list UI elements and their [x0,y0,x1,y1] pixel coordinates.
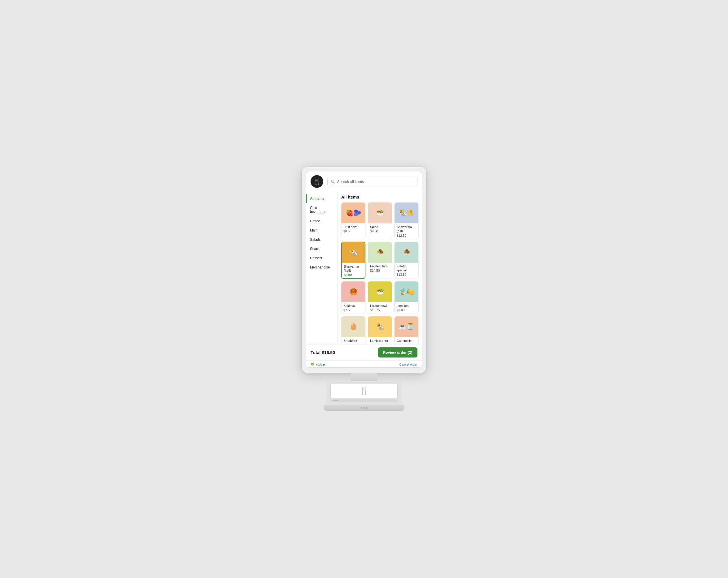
item-card-9[interactable]: 🧋🍋Iced Tea$3.00 [394,281,419,314]
item-card-6[interactable]: 🧆Falafel special$13.50 [394,242,419,279]
item-price-3: $12.50 [397,234,416,237]
item-name-6: Falafel special [397,264,416,273]
kiosk-mini-screen: 🍴 [331,383,397,398]
item-name-8: Falafel bowl [370,304,390,308]
item-price-6: $13.50 [397,273,416,276]
app-body: All itemsCold beveragesCoffeeMainSaladsS… [306,191,422,344]
total-label: Total $16.50 [311,350,335,355]
item-name-1: Fruit bowl [343,225,363,229]
item-card-10[interactable]: 🥚Breakfast toast$7.00 [341,316,365,344]
item-price-2: $9.50 [370,229,390,233]
kiosk-screen: 🍴 All itemsCold beveragesCoffeeMainSalad… [306,171,422,368]
kiosk-base [323,405,405,411]
item-image-3: 🌯✋ [395,203,418,223]
sidebar-item-dessert[interactable]: Dessert [306,253,337,263]
item-name-9: Iced Tea [397,304,416,308]
item-name-7: Baklava [343,304,363,308]
base-dot-1 [361,407,362,409]
sidebar: All itemsCold beveragesCoffeeMainSaladsS… [306,191,338,344]
app-footer: Total $16.50 Review order (2) [306,344,422,360]
clover-logo: 🍀 clover [311,362,325,367]
item-price-8: $15.75 [370,308,390,312]
kiosk-screen-housing: 🍴 All itemsCold beveragesCoffeeMainSalad… [302,167,426,373]
item-image-5: 🧆 [368,242,392,263]
kiosk-stand-base-top: 🍴 [327,381,401,405]
search-icon [331,180,335,183]
item-card-8[interactable]: 🥗Falafel bowl$15.75 [368,281,392,314]
item-image-4: 🌯 [342,242,365,263]
item-card-3[interactable]: 🌯✋Shawarma (full)$12.50 [394,202,419,239]
item-price-4: $8.00 [344,273,363,277]
cancel-order-link[interactable]: Cancel order [399,363,417,366]
sidebar-item-all-items[interactable]: All items [306,194,337,203]
item-price-7: $7.50 [343,308,363,312]
item-card-12[interactable]: ☕🫙Cappuccino$4.50 [394,316,419,344]
item-image-9: 🧋🍋 [395,281,418,302]
sidebar-item-coffee[interactable]: Coffee [306,217,337,226]
card-chip [333,400,338,401]
item-price-1: $6.50 [343,229,363,233]
item-image-7: 🥮 [341,281,365,302]
item-name-12: Cappuccino [397,339,416,343]
clover-icon: 🍀 [311,362,315,367]
kiosk-card-reader [331,399,397,402]
item-image-8: 🥗 [368,281,392,302]
item-card-1[interactable]: 🍓🫐Fruit bowl$6.50 [341,202,365,239]
item-name-2: Salad [370,225,390,229]
kiosk-stand-neck [351,373,377,381]
item-name-5: Falafel plate [370,264,390,268]
base-dot-2 [363,407,365,409]
sidebar-item-cold-beverages[interactable]: Cold beverages [306,203,337,217]
search-bar[interactable] [327,177,417,186]
item-price-9: $3.00 [397,308,416,312]
item-card-11[interactable]: 🌯Lamb burrito$11.00 [368,316,392,344]
kiosk-outer: 🍴 All itemsCold beveragesCoffeeMainSalad… [302,167,426,411]
svg-line-1 [334,182,335,183]
section-title: All items [341,195,419,199]
app-header: 🍴 [306,171,422,191]
sidebar-item-snacks[interactable]: Snacks [306,244,337,253]
item-card-7[interactable]: 🥮Baklava$7.50 [341,281,365,314]
item-image-1: 🍓🫐 [341,203,365,223]
item-image-6: 🧆 [395,242,418,263]
mini-logo-icon: 🍴 [359,386,369,395]
sidebar-item-merchandise[interactable]: Merchandise [306,263,337,272]
item-name-11: Lamb burrito [370,339,390,343]
item-card-5[interactable]: 🧆Falafel plate$14.50 [368,242,392,279]
items-grid: 🍓🫐Fruit bowl$6.50🥗Salad$9.50🌯✋Shawarma (… [341,202,419,344]
item-card-2[interactable]: 🥗Salad$9.50 [368,202,392,239]
item-name-10: Breakfast toast [343,339,363,344]
review-order-button[interactable]: Review order (2) [378,347,417,357]
sidebar-item-main[interactable]: Main [306,226,337,235]
item-image-10: 🥚 [341,317,365,337]
item-name-3: Shawarma (full) [397,225,416,233]
item-image-11: 🌯 [368,317,392,337]
item-image-12: ☕🫙 [395,317,418,337]
sidebar-item-salads[interactable]: Salads [306,235,337,244]
item-price-5: $14.50 [370,269,390,272]
search-input[interactable] [337,179,414,184]
app-bottom-bar: 🍀 clover Cancel order [306,360,422,368]
main-content: All items 🍓🫐Fruit bowl$6.50🥗Salad$9.50🌯✋… [338,191,422,344]
clover-label: clover [316,363,325,366]
item-image-2: 🥗 [368,203,392,223]
app-logo: 🍴 [311,175,323,188]
base-dot-3 [366,407,368,409]
fork-knife-icon: 🍴 [313,178,321,185]
item-card-4[interactable]: 🌯Shawarma (half)$8.00 [341,242,365,279]
item-name-4: Shawarma (half) [344,265,363,273]
